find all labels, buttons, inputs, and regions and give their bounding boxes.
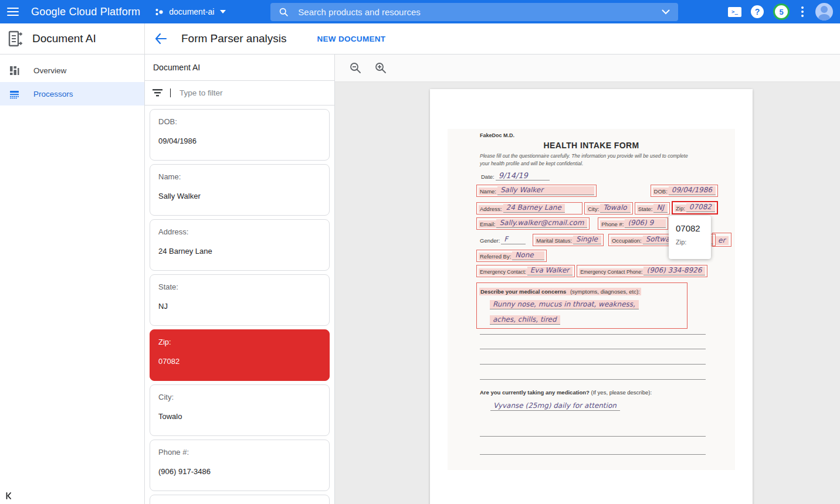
marital-status-label: Marital Status: [535,237,573,244]
fields-panel-title: Document AI [145,55,334,81]
extracted-fields-panel: Document AI DOB: 09/04/1986 Name: Sally … [145,55,335,504]
product-block: Document AI [0,23,145,54]
gender-label: Gender: [479,237,501,244]
address-value: 24 Barney Lane [503,204,565,213]
emergency-contact-field-annotation[interactable]: Emergency Contact: Eva Walker [476,265,575,277]
phone-label: Phone #: [600,220,625,228]
medication-question: Are you currently taking any medication?… [480,389,652,396]
field-card-label: City: [158,393,321,401]
zoom-out-button[interactable] [350,62,361,74]
field-card-value: Sally Walker [158,192,321,200]
field-card-value: Towalo [158,412,321,421]
help-icon[interactable]: ? [751,5,764,18]
fields-list: DOB: 09/04/1986 Name: Sally Walker Addre… [145,105,334,504]
zoom-in-icon [375,62,387,74]
gender-field: Gender: F [476,234,528,246]
field-card-label: State: [158,282,321,291]
city-label: City: [587,205,600,213]
sidebar-item-overview[interactable]: Overview [0,59,144,82]
back-arrow-icon [154,33,167,45]
medical-concerns-label: Describe your medical concerns (symptoms… [477,283,687,296]
phone-field-annotation[interactable]: Phone #: (906) 9 [598,217,668,230]
occupation-value-continued-annotation[interactable]: er [712,233,731,247]
field-card[interactable]: Address: 24 Barney Lane [150,219,330,271]
email-field-annotation[interactable]: Email: Sally.walker@cmail.com [476,217,590,230]
search-icon [279,7,289,17]
medical-concerns-line1: Runny nose, mucus in throat, weakness, [490,300,639,309]
email-label: Email: [479,220,496,228]
overview-icon [9,65,20,76]
overflow-menu-icon[interactable] [799,4,806,19]
sidebar-item-label: Overview [33,66,66,75]
name-field-annotation[interactable]: Name: Sally Walker [476,185,597,197]
ruled-line [480,436,706,437]
field-card[interactable]: City: Towalo [150,384,330,436]
state-value: NJ [653,204,668,213]
field-card[interactable]: State: NJ [150,274,330,326]
field-card-label: DOB: [158,117,321,126]
cloud-shell-icon[interactable]: >_ [728,7,741,17]
city-value: Towalo [600,204,630,213]
name-label: Name: [479,188,497,195]
user-avatar[interactable] [815,3,833,21]
search-input[interactable] [297,6,662,18]
zoom-in-button[interactable] [375,62,387,74]
project-caret-icon [220,10,226,13]
gcp-logo[interactable]: Google Cloud Platform [31,6,140,18]
form-instructions-line1: Please fill out the questionnaire carefu… [480,152,688,160]
marital-status-field-annotation[interactable]: Marital Status: Single [533,234,604,246]
form-row-address: Address: 24 Barney Lane City: Towalo Sta… [476,201,718,214]
form-instructions-line2: your health profile and will be kept con… [480,160,583,168]
city-field-annotation[interactable]: City: Towalo [584,202,632,214]
medical-concerns-annotation[interactable]: Describe your medical concerns (symptoms… [476,282,687,329]
field-card-partial[interactable] [150,495,330,504]
filter-input[interactable] [178,88,327,98]
field-card-label: Name: [158,172,321,181]
field-card[interactable]: DOB: 09/04/1986 [150,109,330,161]
zip-field-annotation-selected[interactable]: Zip: 07082 [672,201,718,214]
page-title: Form Parser analysis [181,32,287,45]
global-search[interactable] [270,3,678,21]
product-title: Document AI [32,32,96,45]
emergency-contact-label: Emergency Contact: [479,268,527,275]
referred-by-field-annotation[interactable]: Referred By: None [476,250,547,262]
zoom-out-icon [350,62,361,74]
form-row-name-dob: Name: Sally Walker DOB: 09/04/1986 [476,185,718,197]
document-page[interactable]: FakeDoc M.D. HEALTH INTAKE FORM Please f… [430,89,753,504]
medical-concerns-label-bold: Describe your medical concerns [479,288,567,295]
field-card[interactable]: Phone #: (906) 917-3486 [150,440,330,491]
referred-by-label: Referred By: [479,253,512,260]
topbar-actions: >_ ? 5 [728,3,840,21]
state-field-annotation[interactable]: State: NJ [635,202,670,214]
search-expand-chevron-icon[interactable] [662,9,670,15]
dob-field-annotation[interactable]: DOB: 09/04/1986 [651,185,718,197]
form-row-emergency: Emergency Contact: Eva Walker Emergency … [476,265,707,277]
field-card-label: Zip: [158,338,321,346]
form-clinic-name: FakeDoc M.D. [480,132,514,138]
notifications-badge[interactable]: 5 [773,4,790,20]
project-selector[interactable]: document-ai [154,7,226,17]
text-cursor [170,88,171,97]
address-field-annotation[interactable]: Address: 24 Barney Lane [476,202,582,214]
ruled-line [480,334,706,335]
name-value: Sally Walker [497,186,594,195]
new-document-button[interactable]: NEW DOCUMENT [314,34,389,44]
field-card[interactable]: Name: Sally Walker [150,164,330,216]
left-nav: Overview Processors [0,55,145,504]
back-button[interactable] [154,33,167,45]
medical-concerns-label-rest: (symptoms, diagnoses, etc): [567,288,641,295]
hamburger-menu-icon[interactable] [0,0,26,23]
field-card-value: NJ [158,302,321,311]
medication-question-rest: (If yes, please describe): [590,389,652,396]
project-icon [154,7,164,17]
document-ai-icon [7,30,23,47]
top-app-bar: Google Cloud Platform document-ai >_ ? 5 [0,0,840,23]
field-card[interactable]: Zip: 07082 [150,329,330,381]
viewer-toolbar [335,55,840,82]
tooltip-label: Zip: [676,239,711,246]
emergency-phone-field-annotation[interactable]: Emergency Contact Phone: (906) 334-8926 [577,265,707,277]
sidebar-item-processors[interactable]: Processors [0,82,144,105]
zip-label: Zip: [675,205,686,212]
collapse-sidebar-button[interactable] [5,491,14,500]
ruled-line [480,454,706,455]
